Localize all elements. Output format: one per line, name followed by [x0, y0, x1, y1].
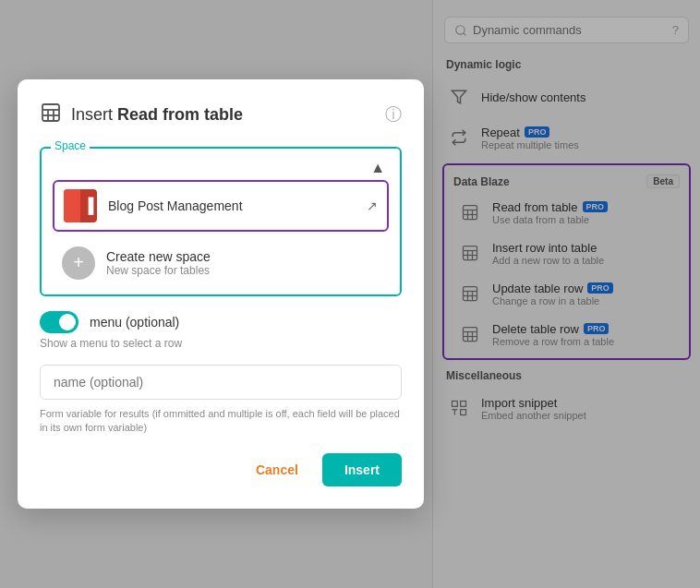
name-input-desc: Form variable for results (if ommitted a… [40, 407, 402, 436]
modal-header: Insert Read from table ⓘ [40, 102, 402, 128]
modal-buttons: Cancel Insert [40, 453, 402, 486]
modal-title-text: Insert Read from table [71, 105, 243, 125]
table-header-icon [40, 102, 62, 128]
space-name: Blog Post Management [108, 198, 356, 213]
svg-rect-28 [42, 104, 59, 121]
modal-info-icon[interactable]: ⓘ [385, 103, 402, 126]
modal-overlay: Insert Read from table ⓘ Space ▲ ▐ Blog … [0, 0, 700, 588]
selected-space-item[interactable]: ▐ Blog Post Management ↗ [53, 180, 389, 232]
cancel-button[interactable]: Cancel [241, 453, 313, 486]
external-link-icon[interactable]: ↗ [367, 198, 378, 213]
menu-toggle-desc: Show a menu to select a row [40, 337, 402, 350]
insert-button[interactable]: Insert [322, 453, 402, 486]
name-input[interactable] [40, 365, 402, 400]
space-avatar: ▐ [64, 189, 97, 222]
menu-toggle[interactable] [40, 311, 78, 333]
modal-title: Insert Read from table [40, 102, 243, 128]
create-space-title: Create new space [106, 249, 211, 264]
create-space-item[interactable]: + Create new space New space for tables [53, 239, 389, 287]
create-space-plus-icon: + [62, 246, 95, 280]
menu-toggle-section: menu (optional) [40, 311, 402, 333]
modal: Insert Read from table ⓘ Space ▲ ▐ Blog … [18, 79, 424, 510]
space-dropdown[interactable]: ▲ [53, 152, 389, 180]
create-space-desc: New space for tables [106, 264, 211, 277]
space-label: Space [51, 139, 90, 152]
dropdown-arrow-icon: ▲ [370, 160, 385, 176]
menu-toggle-label: menu (optional) [90, 315, 179, 330]
space-section: Space ▲ ▐ Blog Post Management ↗ + Creat… [40, 147, 402, 296]
